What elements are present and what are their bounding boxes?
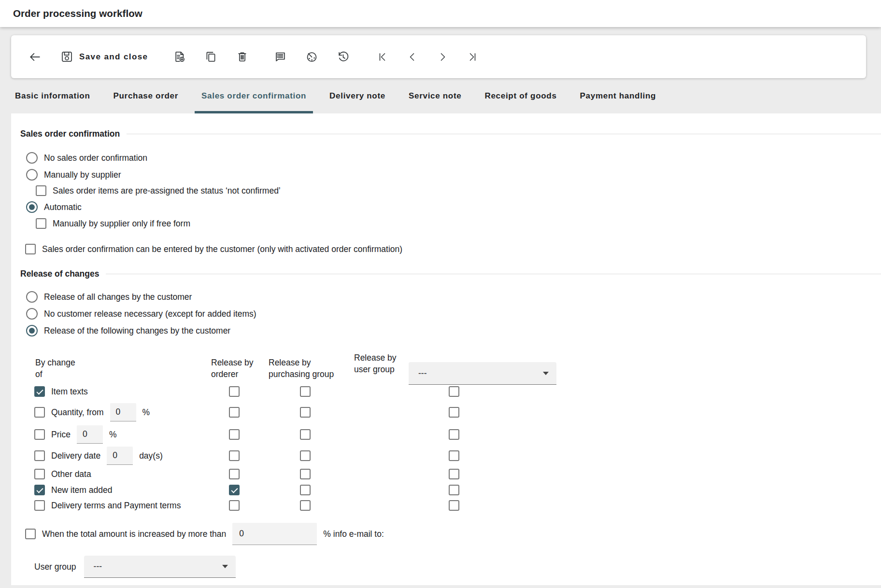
section-release-of-changes: Release of changes (20, 268, 881, 280)
section-divider (106, 274, 881, 274)
delivery-date-days-input[interactable] (107, 447, 133, 465)
checkbox-new-item-added-purchasing-group[interactable] (300, 485, 311, 495)
row-label: Delivery terms and Payment terms (51, 501, 181, 511)
table-row-new-item-added: New item added (11, 482, 881, 498)
checkbox-price-user-group[interactable] (449, 429, 459, 440)
option-freeform-only: Manually by supplier only if free form (36, 216, 190, 231)
row-label: Item texts (51, 387, 88, 397)
radio-label: Release of the following changes by the … (44, 326, 230, 336)
checkbox-quantity-user-group[interactable] (449, 407, 459, 418)
section-sales-order-confirmation: Sales order confirmation (20, 128, 881, 140)
table-row-delivery-date: Delivery date day(s) (11, 446, 881, 466)
checkbox-quantity[interactable] (34, 407, 45, 418)
meter-icon (305, 50, 318, 63)
checkbox-delivery-date[interactable] (34, 450, 45, 461)
checkbox-customer-entry[interactable] (25, 244, 36, 254)
option-manually-by-supplier: Manually by supplier (26, 168, 121, 182)
unit-label: % (142, 407, 150, 418)
suffix-label: % info e-mail to: (323, 529, 384, 539)
column-header-by-change: By change of (35, 357, 75, 380)
page-header: Order processing workflow (0, 0, 881, 27)
tab-bar: Basic information Purchase order Sales o… (0, 78, 881, 113)
checkbox-total-amount-increase[interactable] (25, 529, 36, 539)
option-customer-entry: Sales order confirmation can be entered … (25, 242, 402, 256)
tab-delivery-note[interactable]: Delivery note (323, 78, 392, 113)
radio-no-customer-release[interactable] (26, 308, 38, 320)
price-threshold-input[interactable] (77, 425, 103, 444)
checkbox-delivery-payment-terms[interactable] (34, 500, 45, 511)
radio-manually-by-supplier[interactable] (26, 169, 38, 181)
checkbox-item-texts-purchasing-group[interactable] (300, 386, 311, 397)
tab-receipt-of-goods[interactable]: Receipt of goods (478, 78, 563, 113)
checkbox-delivery-date-user-group[interactable] (449, 450, 459, 461)
tab-sales-order-confirmation[interactable]: Sales order confirmation (195, 78, 313, 113)
table-row-delivery-payment-terms: Delivery terms and Payment terms (11, 498, 881, 513)
tab-basic-information[interactable]: Basic information (8, 78, 97, 113)
delete-button[interactable] (233, 47, 252, 66)
unit-label: day(s) (139, 451, 163, 461)
checkbox-delivery-payment-terms-purchasing-group[interactable] (300, 500, 311, 511)
checkbox-freeform-only[interactable] (36, 218, 46, 229)
tab-service-note[interactable]: Service note (402, 78, 469, 113)
comment-list-icon (274, 50, 287, 63)
checkbox-other-data[interactable] (34, 469, 45, 479)
checkbox-other-data-orderer[interactable] (229, 469, 240, 479)
checkbox-delivery-date-purchasing-group[interactable] (300, 450, 311, 461)
checkbox-price[interactable] (34, 429, 45, 440)
previous-record-button[interactable] (404, 48, 421, 66)
radio-automatic[interactable] (26, 201, 38, 213)
quantity-threshold-input[interactable] (110, 403, 136, 421)
radio-no-sales-order-confirmation[interactable] (26, 152, 38, 164)
checkbox-item-texts-user-group[interactable] (449, 386, 459, 397)
table-row-quantity: Quantity, from % (11, 401, 881, 423)
page-bottom-strip (0, 585, 881, 588)
table-row-item-texts: Item texts (11, 382, 881, 401)
save-and-close-button[interactable]: Save and close (57, 47, 151, 66)
checkbox-item-texts-orderer[interactable] (229, 386, 240, 397)
checkbox-quantity-orderer[interactable] (229, 407, 240, 418)
checkbox-price-orderer[interactable] (229, 429, 240, 440)
checkbox-quantity-purchasing-group[interactable] (300, 407, 311, 418)
checkbox-new-item-added-user-group[interactable] (449, 485, 459, 495)
option-release-all-changes: Release of all changes by the customer (26, 290, 192, 304)
next-record-button[interactable] (434, 48, 451, 66)
checkbox-item-texts[interactable] (34, 386, 45, 397)
radio-label: No sales order confirmation (44, 153, 147, 163)
checkbox-other-data-purchasing-group[interactable] (300, 469, 311, 479)
radio-release-following-changes[interactable] (26, 325, 38, 336)
first-record-button[interactable] (374, 48, 391, 66)
radio-label: Manually by supplier (44, 170, 121, 180)
toolbar: Save and close (11, 35, 866, 78)
tab-payment-handling[interactable]: Payment handling (573, 78, 663, 113)
chevron-left-icon (407, 51, 418, 63)
row-label: Other data (51, 469, 91, 479)
option-preassigned-status: Sales order items are pre-assigned the s… (36, 183, 281, 198)
release-by-user-group-select[interactable]: --- (409, 362, 556, 385)
back-button[interactable] (25, 48, 45, 66)
checkbox-delivery-payment-terms-orderer[interactable] (229, 500, 240, 511)
table-row-other-data: Other data (11, 466, 881, 482)
checkbox-price-purchasing-group[interactable] (300, 429, 311, 440)
copy-button[interactable] (201, 47, 220, 66)
checkbox-other-data-user-group[interactable] (449, 469, 459, 479)
checkbox-delivery-payment-terms-user-group[interactable] (449, 500, 459, 511)
history-button[interactable] (334, 47, 353, 66)
radio-release-all-changes[interactable] (26, 291, 38, 303)
history-icon (337, 50, 350, 63)
last-record-button[interactable] (464, 48, 481, 66)
checkbox-preassigned-status[interactable] (36, 185, 46, 196)
meter-button[interactable] (302, 47, 321, 66)
info-email-user-group-select[interactable]: --- (84, 556, 236, 578)
total-amount-percent-input[interactable] (232, 523, 317, 545)
checkbox-new-item-added[interactable] (34, 485, 45, 495)
checkbox-delivery-date-orderer[interactable] (229, 450, 240, 461)
checkbox-new-item-added-orderer[interactable] (229, 485, 240, 495)
checkbox-label: Manually by supplier only if free form (53, 219, 190, 229)
column-header-release-by-user-group: Release by user group (354, 352, 397, 375)
new-record-button[interactable] (170, 47, 189, 66)
trash-icon (236, 50, 249, 63)
comments-button[interactable] (271, 47, 290, 66)
save-and-close-label: Save and close (79, 52, 148, 62)
tab-purchase-order[interactable]: Purchase order (106, 78, 185, 113)
option-automatic: Automatic (26, 200, 82, 214)
